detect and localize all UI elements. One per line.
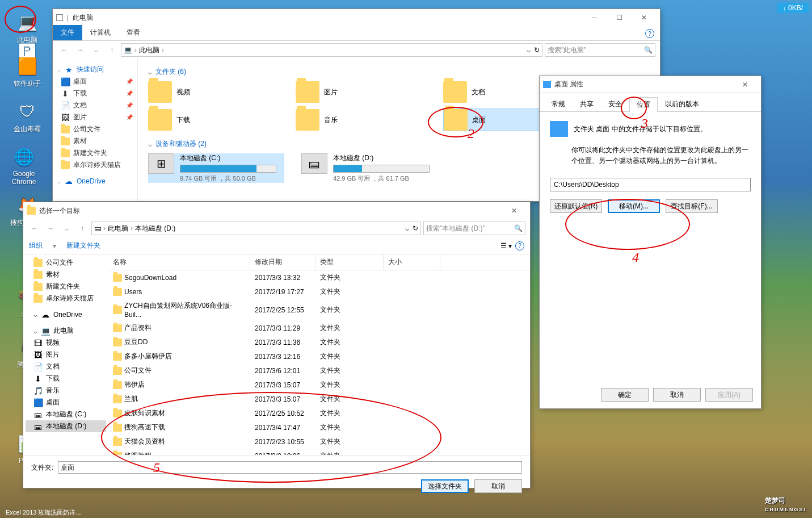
back-button[interactable]: ← [57, 43, 71, 57]
network-speed-widget[interactable]: ↓ 0KB/ [777, 3, 809, 13]
desktop-icon-shield[interactable]: 🛡金山毒霸 [10, 99, 44, 134]
desktop-icon-apps[interactable]: 🟧软件助手 [10, 54, 44, 89]
new-folder-button[interactable]: 新建文件夹 [66, 241, 100, 250]
col-size[interactable]: 大小 [384, 254, 440, 270]
tab-1[interactable]: 共享 [573, 97, 601, 111]
col-date[interactable]: 修改日期 [250, 254, 315, 270]
folder-input[interactable] [58, 461, 522, 474]
location-path-input[interactable] [550, 178, 751, 191]
tree-item[interactable]: ⬇下载📌 [55, 87, 135, 99]
search-box[interactable]: 搜索"此电脑"🔍 [545, 43, 655, 57]
address-dropdown-icon[interactable]: ⌵ [527, 46, 531, 54]
tree-item[interactable]: 公司文件 [26, 257, 106, 269]
restore-default-button[interactable]: 还原默认值(R) [550, 199, 602, 213]
view-button[interactable]: ☰ ▾ [500, 242, 512, 250]
refresh-icon[interactable]: ↻ [413, 224, 418, 232]
tree-item[interactable]: 卓尔诗婷天猫店 [26, 293, 106, 304]
desktop-icon-chrome[interactable]: 🌐Google Chrome [7, 145, 41, 186]
tree-item[interactable]: ⌵★快速访问 [55, 64, 135, 76]
recent-dropdown[interactable]: ⌵ [60, 222, 73, 235]
refresh-icon[interactable]: ↻ [534, 46, 540, 54]
titlebar[interactable]: 桌面 属性 ✕ [540, 76, 761, 93]
col-type[interactable]: 类型 [315, 254, 384, 270]
forward-button[interactable]: → [73, 43, 87, 57]
tab-2[interactable]: 安全 [601, 97, 629, 111]
list-row[interactable]: SogouDownLoad2017/3/3 13:32文件夹 [108, 270, 530, 285]
drive-item[interactable]: 🖴本地磁盘 (D:)42.9 GB 可用 ，共 61.7 GB [301, 153, 437, 183]
tree-item[interactable]: 🖴本地磁盘 (D:) [26, 420, 106, 432]
minimize-button[interactable]: ─ [582, 9, 607, 26]
up-button[interactable]: ↑ [105, 43, 119, 57]
list-row[interactable]: ZYCH自由策划网站系统V06商业版-Buil...2017/2/25 12:5… [108, 299, 530, 321]
tab-4[interactable]: 以前的版本 [658, 97, 706, 111]
ribbon-tab-computer[interactable]: 计算机 [82, 25, 119, 40]
folder-pic[interactable]: 图片 [296, 81, 420, 103]
tree-item[interactable]: 🎵音乐 [26, 385, 106, 396]
list-row[interactable]: 皮肤知识素材2017/2/25 10:52文件夹 [108, 406, 530, 420]
breadcrumb-this-pc[interactable]: 此电脑 [139, 45, 159, 55]
file-list[interactable]: 名称 修改日期 类型 大小 SogouDownLoad2017/3/3 13:3… [108, 254, 530, 455]
tree-item[interactable]: 🖼图片📌 [55, 111, 135, 123]
tree-item[interactable]: 新建文件夹 [26, 281, 106, 293]
tree-item[interactable]: ⌵☁OneDrive [55, 176, 135, 187]
titlebar[interactable]: 选择一个目标 ✕ [23, 202, 530, 219]
tree-item[interactable]: 🖼图片 [26, 349, 106, 361]
address-dropdown-icon[interactable]: ⌵ [405, 224, 409, 232]
select-folder-button[interactable]: 选择文件夹 [421, 479, 469, 493]
list-header[interactable]: 名称 修改日期 类型 大小 [108, 254, 530, 270]
cancel-button[interactable]: 取消 [653, 388, 701, 402]
find-target-button[interactable]: 查找目标(F)... [666, 199, 718, 213]
list-row[interactable]: 韩伊店2017/3/3 15:07文件夹 [108, 378, 530, 392]
ribbon-tab-file[interactable]: 文件 [53, 25, 82, 40]
close-button[interactable]: ✕ [632, 9, 657, 26]
list-row[interactable]: Users2017/2/19 17:27文件夹 [108, 285, 530, 299]
tab-3[interactable]: 位置 [629, 97, 658, 112]
tree-item[interactable]: 素材 [26, 269, 106, 281]
up-button[interactable]: ↑ [75, 222, 89, 235]
list-row[interactable]: 产品资料2017/3/3 11:29文件夹 [108, 321, 530, 335]
folder-dl[interactable]: 下载 [148, 108, 273, 131]
tree-item[interactable]: 📄文档 [26, 361, 106, 373]
titlebar[interactable]: | 此电脑 ─ ☐ ✕ [53, 9, 660, 26]
tree-item[interactable]: ⌵☁OneDrive [26, 309, 106, 320]
address-bar[interactable]: 🖴› 此电脑› 本地磁盘 (D:) ⌵↻ [91, 222, 421, 235]
recent-dropdown[interactable]: ⌵ [89, 43, 103, 57]
list-row[interactable]: 公司文件2017/3/6 12:01文件夹 [108, 364, 530, 378]
forward-button[interactable]: → [44, 222, 57, 235]
ribbon-tab-view[interactable]: 查看 [119, 25, 148, 40]
list-row[interactable]: 豆豆DD2017/3/3 11:36文件夹 [108, 335, 530, 349]
folder-mus[interactable]: 音乐 [296, 108, 420, 131]
tree-item[interactable]: 🟦桌面📌 [55, 76, 135, 87]
tree-item[interactable]: 卓尔诗婷天猫店 [55, 159, 135, 171]
organize-menu[interactable]: 组织 [29, 241, 43, 250]
tab-0[interactable]: 常规 [544, 97, 573, 111]
help-button[interactable]: ? [645, 29, 654, 38]
tree-item[interactable]: 素材 [55, 135, 135, 147]
tree-item[interactable]: ⬇下载 [26, 373, 106, 385]
list-row[interactable]: 兰肌2017/3/3 15:07文件夹 [108, 392, 530, 406]
tree-item[interactable]: 📄文档📌 [55, 99, 135, 111]
list-row[interactable]: 多多小屋韩伊店2017/3/3 12:16文件夹 [108, 349, 530, 364]
folder-vid[interactable]: 视频 [148, 81, 273, 103]
tree-item[interactable]: 新建文件夹 [55, 147, 135, 159]
cancel-button[interactable]: 取消 [474, 479, 522, 493]
close-button[interactable]: ✕ [733, 76, 758, 93]
help-button[interactable]: ? [515, 241, 524, 250]
drive-item[interactable]: ⊞本地磁盘 (C:)9.74 GB 可用 ，共 50.0 GB [148, 153, 284, 183]
back-button[interactable]: ← [28, 222, 41, 235]
nav-pane[interactable]: 公司文件素材新建文件夹卓尔诗婷天猫店⌵☁OneDrive⌵💻此电脑🎞视频🖼图片📄… [23, 254, 108, 455]
tree-item[interactable]: 🎞视频 [26, 337, 106, 349]
tree-item[interactable]: 公司文件 [55, 123, 135, 135]
tree-item[interactable]: ⌵💻此电脑 [26, 325, 106, 337]
maximize-button[interactable]: ☐ [607, 9, 632, 26]
list-row[interactable]: 天猫会员资料2017/2/23 10:55文件夹 [108, 435, 530, 449]
col-name[interactable]: 名称 [108, 254, 250, 270]
breadcrumb-drive-d[interactable]: 本地磁盘 (D:) [135, 224, 175, 233]
close-button[interactable]: ✕ [502, 202, 527, 219]
list-row[interactable]: 搜狗高速下载2017/3/4 17:47文件夹 [108, 420, 530, 435]
address-bar[interactable]: 💻› 此电脑› ⌵↻ [121, 43, 542, 57]
breadcrumb-this-pc[interactable]: 此电脑 [108, 224, 128, 233]
list-row[interactable]: 修图教程2017/3/2 10:06文件夹 [108, 449, 530, 455]
tree-item[interactable]: 🟦桌面 [26, 396, 106, 408]
nav-pane[interactable]: ⌵★快速访问🟦桌面📌⬇下载📌📄文档📌🖼图片📌公司文件素材新建文件夹卓尔诗婷天猫店… [53, 59, 138, 201]
